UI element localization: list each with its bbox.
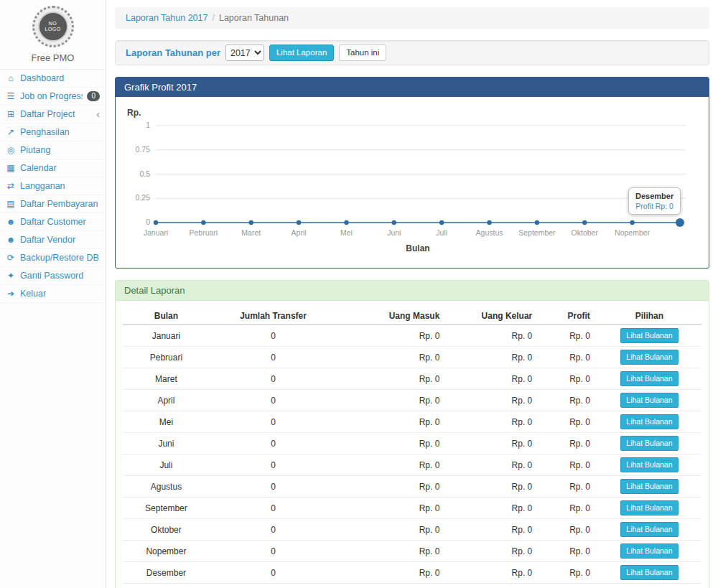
svg-text:Juli: Juli <box>436 228 447 237</box>
cell-uang-keluar: Rp. 0 <box>447 584 539 588</box>
cell-profit: Rp. 0 <box>539 411 597 433</box>
cell-profit: Rp. 0 <box>539 325 597 347</box>
lihat-bulanan-button[interactable]: Lihat Bulanan <box>620 543 678 559</box>
col-header-uang-masuk: Uang Masuk <box>337 308 447 325</box>
cell-bulan: Oktober <box>123 519 210 541</box>
cell-profit: Rp. 0 <box>539 368 597 390</box>
cell-jumlah-transfer: 0 <box>210 454 337 476</box>
sidebar-item-job-on-progress[interactable]: ☰Job on Progress0 <box>0 88 106 106</box>
cell-jumlah-transfer: 0 <box>210 541 337 562</box>
brand: NO LOGO Free PMO <box>0 0 106 70</box>
cell-jumlah-transfer: 0 <box>210 476 337 498</box>
cell-jumlah-transfer: 0 <box>210 325 337 347</box>
lihat-bulanan-button[interactable]: Lihat Bulanan <box>620 522 678 537</box>
profit-chart: Rp.00.250.50.751JanuariPebruariMaretApri… <box>123 104 701 258</box>
detail-panel-body: Bulan Jumlah Transfer Uang Masuk Uang Ke… <box>116 301 709 588</box>
sidebar-item-daftar-project[interactable]: ⊞Daftar Project‹ <box>0 106 106 123</box>
sidebar-item-backup-restore-db[interactable]: ⟳Backup/Restore DB <box>0 249 106 267</box>
lihat-bulanan-button[interactable]: Lihat Bulanan <box>620 328 678 343</box>
cell-profit: Rp. 0 <box>539 476 597 498</box>
lihat-bulanan-button[interactable]: Lihat Bulanan <box>620 371 678 386</box>
sidebar-item-keluar[interactable]: ➜Keluar <box>0 285 106 303</box>
lihat-bulanan-button[interactable]: Lihat Bulanan <box>620 500 678 515</box>
col-header-bulan: Bulan <box>123 308 210 325</box>
cell-jumlah-transfer: 0 <box>210 411 337 433</box>
cell-uang-masuk: Rp. 0 <box>337 541 447 562</box>
table-row: Juni0Rp. 0Rp. 0Rp. 0Lihat Bulanan <box>123 433 701 454</box>
sidebar-item-label: Keluar <box>20 289 100 299</box>
lihat-bulanan-button[interactable]: Lihat Bulanan <box>620 479 678 494</box>
year-select[interactable]: 2017 <box>225 45 264 61</box>
svg-text:Oktober: Oktober <box>572 228 599 237</box>
cell-profit: Rp. 0 <box>539 541 597 562</box>
credit-card-icon: ▤ <box>6 199 16 209</box>
cell-jumlah-transfer: 0 <box>210 519 337 541</box>
svg-text:Agustus: Agustus <box>476 228 503 237</box>
cell-uang-masuk: Rp. 0 <box>337 454 447 476</box>
sidebar-item-label: Daftar Customer <box>20 217 100 227</box>
cell-pilihan: Lihat Bulanan <box>597 325 701 347</box>
cell-uang-masuk: Rp. 0 <box>337 390 447 411</box>
cell-pilihan: Lihat Bulanan <box>597 454 701 476</box>
detail-report-panel: Detail Laporan Bulan Jumlah Transfer Uan… <box>115 280 709 588</box>
sidebar-item-dashboard[interactable]: ⌂Dashboard <box>0 70 106 88</box>
svg-text:Maret: Maret <box>241 228 261 237</box>
cell-pilihan: Lihat Bulanan <box>597 476 701 498</box>
svg-text:Juni: Juni <box>387 228 401 237</box>
table-icon: ⊞ <box>6 109 16 119</box>
cell-uang-keluar: Rp. 0 <box>447 433 539 454</box>
lihat-bulanan-button[interactable]: Lihat Bulanan <box>620 393 678 408</box>
svg-text:Rp.: Rp. <box>127 108 141 118</box>
col-header-profit: Profit <box>539 308 597 325</box>
detail-table-body: Januari0Rp. 0Rp. 0Rp. 0Lihat BulananPebr… <box>123 325 701 588</box>
sidebar-item-langganan[interactable]: ⇄Langganan <box>0 177 106 195</box>
lihat-bulanan-button[interactable]: Lihat Bulanan <box>620 350 678 365</box>
cell-bulan: Agustus <box>123 476 210 498</box>
chevron-left-icon: ‹ <box>96 110 100 118</box>
sidebar-item-daftar-customer[interactable]: ☻Daftar Customer <box>0 213 106 231</box>
cell-profit: Rp. 0 <box>539 390 597 411</box>
cell-uang-keluar: Rp. 0 <box>447 390 539 411</box>
cell-bulan: Total <box>123 584 210 588</box>
cell-uang-masuk: Rp. 0 <box>337 476 447 498</box>
lihat-bulanan-button[interactable]: Lihat Bulanan <box>620 457 678 472</box>
table-row: Nopember0Rp. 0Rp. 0Rp. 0Lihat Bulanan <box>123 541 701 562</box>
cell-bulan: Pebruari <box>123 347 210 368</box>
sidebar-item-penghasilan[interactable]: ↗Penghasilan <box>0 123 106 141</box>
cell-pilihan: Lihat Bulanan <box>597 347 701 368</box>
cell-profit: Rp. 0 <box>539 562 597 584</box>
sidebar-item-daftar-pembayaran[interactable]: ▤Daftar Pembayaran <box>0 195 106 213</box>
lock-icon: ✦ <box>6 271 16 281</box>
chart-tooltip: Desember Profit Rp: 0 <box>628 187 681 215</box>
sidebar-item-calendar[interactable]: ▦Calendar <box>0 159 106 177</box>
cell-bulan: Juni <box>123 433 210 454</box>
lihat-bulanan-button[interactable]: Lihat Bulanan <box>620 436 678 451</box>
svg-text:Januari: Januari <box>144 228 168 237</box>
sidebar-item-piutang[interactable]: ◎Piutang <box>0 141 106 159</box>
table-row: Desember0Rp. 0Rp. 0Rp. 0Lihat Bulanan <box>123 562 701 584</box>
table-row: Mei0Rp. 0Rp. 0Rp. 0Lihat Bulanan <box>123 411 701 433</box>
exchange-icon: ⇄ <box>6 181 16 191</box>
lihat-bulanan-button[interactable]: Lihat Bulanan <box>620 565 678 580</box>
lihat-laporan-button[interactable]: Lihat Laporan <box>269 45 334 61</box>
sidebar-item-daftar-vendor[interactable]: ☻Daftar Vendor <box>0 231 106 249</box>
cell-uang-masuk: Rp. 0 <box>337 347 447 368</box>
sidebar-item-ganti-password[interactable]: ✦Ganti Password <box>0 267 106 285</box>
tahun-ini-button[interactable]: Tahun ini <box>339 45 386 61</box>
col-header-pilihan: Pilihan <box>597 308 701 325</box>
sidebar-item-label: Langganan <box>20 181 100 191</box>
logo-text-line1: NO <box>49 21 57 27</box>
table-header-row: Bulan Jumlah Transfer Uang Masuk Uang Ke… <box>123 308 701 325</box>
detail-table: Bulan Jumlah Transfer Uang Masuk Uang Ke… <box>123 308 701 588</box>
cell-profit: Rp. 0 <box>539 454 597 476</box>
svg-text:Nopember: Nopember <box>615 228 651 237</box>
cell-uang-keluar: Rp. 0 <box>447 368 539 390</box>
breadcrumb-link[interactable]: Laporan Tahun 2017 <box>126 13 208 23</box>
users-icon: ☻ <box>6 217 16 227</box>
cell-pilihan <box>597 584 701 588</box>
filter-label: Laporan Tahunan per <box>126 47 220 58</box>
users-icon: ☻ <box>6 235 16 245</box>
svg-text:0.25: 0.25 <box>136 193 151 202</box>
lihat-bulanan-button[interactable]: Lihat Bulanan <box>620 414 678 429</box>
sidebar: NO LOGO Free PMO ⌂Dashboard☰Job on Progr… <box>0 0 106 588</box>
